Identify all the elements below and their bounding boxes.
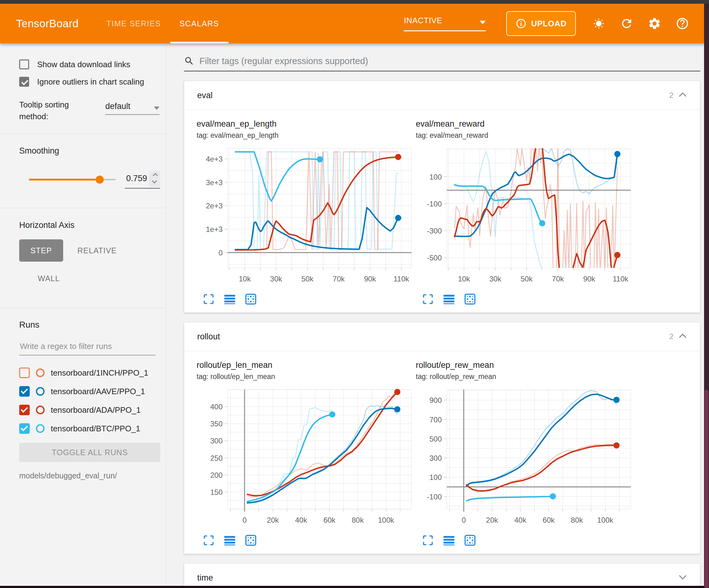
run-label: tensorboard/1INCH/PPO_1	[51, 368, 148, 378]
svg-text:70k: 70k	[552, 275, 564, 283]
run-color-swatch[interactable]	[36, 387, 45, 396]
window-top-edge	[0, 0, 709, 4]
fullscreen-icon[interactable]	[202, 534, 215, 547]
section-header-eval[interactable]: eval2	[184, 81, 700, 110]
svg-text:500: 500	[429, 435, 442, 443]
sidebar-divider	[0, 208, 166, 208]
chart-plot-rollout-ep-len-mean[interactable]: 150200250300350400020k40k60k80k100k	[196, 385, 413, 532]
fullscreen-icon[interactable]	[421, 534, 435, 547]
svg-text:250: 250	[210, 454, 222, 462]
runs-selector-icon[interactable]	[223, 534, 236, 547]
run-checkbox[interactable]	[19, 367, 30, 378]
smoothing-slider[interactable]	[29, 176, 115, 184]
chevron-up-icon	[153, 173, 158, 178]
smoothing-label: Smoothing	[19, 146, 160, 156]
svg-text:0: 0	[218, 249, 222, 257]
tooltip-sorting-dropdown[interactable]: default	[105, 102, 159, 115]
ignore-outliers-checkbox[interactable]	[19, 77, 29, 87]
chart-plot-rollout-ep-rew-mean[interactable]: -100100300500700900020k40k60k80k100k	[416, 385, 632, 532]
chart-plot-eval-mean-reward[interactable]: 100-100-300-50010k30k50k70k90k110k	[416, 144, 632, 291]
run-color-swatch[interactable]	[36, 424, 45, 433]
help-icon[interactable]	[676, 17, 689, 30]
runs-selector-icon[interactable]	[442, 292, 455, 306]
tag-group-card-eval: eval2eval/mean_ep_lengthtag: eval/mean_e…	[184, 81, 700, 313]
smoothing-value-field[interactable]: 0.759	[125, 171, 160, 188]
upload-button[interactable]: UPLOAD	[506, 11, 576, 36]
svg-text:20k: 20k	[486, 516, 498, 524]
toggle-all-runs-button[interactable]: TOGGLE ALL RUNS	[19, 443, 160, 462]
chevron-down-icon	[152, 178, 157, 184]
axis-wall-button[interactable]: WALL	[38, 274, 160, 297]
fullscreen-icon[interactable]	[202, 292, 215, 306]
run-color-swatch[interactable]	[36, 368, 45, 377]
runs-filter-input[interactable]	[19, 340, 155, 355]
section-title: eval	[197, 91, 669, 100]
fit-data-icon[interactable]	[244, 534, 257, 547]
brightness-icon[interactable]	[592, 17, 606, 30]
fit-data-icon[interactable]	[464, 534, 476, 547]
run-row: tensorboard/ADA/PPO_1	[19, 401, 160, 419]
svg-text:0: 0	[462, 516, 466, 524]
run-checkbox[interactable]	[19, 423, 30, 434]
runs-selector-icon[interactable]	[223, 292, 236, 306]
svg-text:200: 200	[210, 471, 222, 479]
run-checkbox[interactable]	[19, 386, 30, 397]
fit-data-icon[interactable]	[244, 292, 257, 306]
chevron-up-icon[interactable]	[678, 333, 687, 340]
show-download-links-checkbox[interactable]	[19, 59, 29, 69]
chart-plot-eval-mean-ep-length[interactable]: 01e+32e+33e+34e+310k30k50k70k90k110k	[196, 144, 413, 291]
nav-tabs: TIME SERIES SCALARS	[97, 4, 229, 43]
svg-text:0: 0	[242, 516, 246, 524]
svg-text:-500: -500	[427, 254, 442, 262]
fullscreen-icon[interactable]	[421, 292, 435, 306]
status-dropdown[interactable]: INACTIVE	[404, 16, 486, 31]
tooltip-sorting-label: Tooltip sorting method:	[19, 99, 97, 122]
tag-group-card-time: time	[184, 563, 700, 588]
search-icon	[184, 56, 194, 66]
section-count-badge: 2	[669, 91, 674, 100]
axis-relative-button[interactable]: RELATIVE	[77, 246, 117, 255]
svg-text:30k: 30k	[270, 275, 282, 283]
runs-selector-icon[interactable]	[442, 534, 455, 547]
run-label: tensorboard/ADA/PPO_1	[51, 405, 141, 415]
horizontal-axis-label: Horizontal Axis	[19, 221, 160, 230]
svg-text:30k: 30k	[489, 275, 502, 283]
section-header-rollout[interactable]: rollout2	[184, 322, 700, 351]
run-label: tensorboard/BTC/PPO_1	[51, 424, 140, 434]
run-checkbox[interactable]	[19, 405, 30, 415]
settings-icon[interactable]	[648, 17, 661, 30]
tooltip-sorting-row: Tooltip sorting method: default	[19, 99, 160, 122]
slider-thumb[interactable]	[96, 176, 104, 184]
refresh-icon[interactable]	[620, 17, 633, 30]
chevron-down-icon[interactable]	[678, 574, 687, 581]
svg-text:40k: 40k	[295, 516, 308, 524]
section-charts-row: rollout/ep_len_meantag: rollout/ep_len_m…	[184, 351, 700, 554]
tag-group-cards: eval2eval/mean_ep_lengthtag: eval/mean_e…	[184, 81, 700, 588]
sidebar-divider	[0, 308, 166, 308]
chevron-up-icon[interactable]	[678, 92, 687, 99]
svg-text:700: 700	[429, 415, 442, 424]
tooltip-sorting-value: default	[105, 102, 130, 111]
horizontal-axis-buttons: STEP RELATIVE	[19, 239, 160, 262]
tab-scalars[interactable]: SCALARS	[170, 4, 229, 43]
tag-filter-bar	[184, 56, 700, 72]
chart-title: eval/mean_reward	[416, 119, 635, 129]
smoothing-stepper[interactable]	[149, 171, 160, 187]
run-color-swatch[interactable]	[36, 406, 45, 414]
tab-time-series[interactable]: TIME SERIES	[97, 4, 170, 43]
scrollbar-thumb[interactable]	[705, 390, 708, 588]
tag-filter-input[interactable]	[200, 56, 700, 66]
info-icon	[516, 18, 527, 29]
scalar-chart-rollout-ep-len-mean: rollout/ep_len_meantag: rollout/ep_len_m…	[196, 360, 416, 549]
svg-text:10k: 10k	[239, 275, 251, 283]
run-row: tensorboard/AAVE/PPO_1	[19, 382, 160, 401]
run-row: tensorboard/1INCH/PPO_1	[19, 363, 160, 382]
fit-data-icon[interactable]	[464, 292, 476, 306]
svg-text:4e+3: 4e+3	[206, 155, 222, 163]
axis-step-button[interactable]: STEP	[19, 239, 63, 262]
page-scrollbar[interactable]	[704, 4, 709, 588]
chart-title: rollout/ep_len_mean	[196, 360, 416, 370]
svg-text:90k: 90k	[364, 275, 376, 283]
appbar-icon-group	[592, 17, 689, 30]
section-header-time[interactable]: time	[184, 564, 700, 588]
